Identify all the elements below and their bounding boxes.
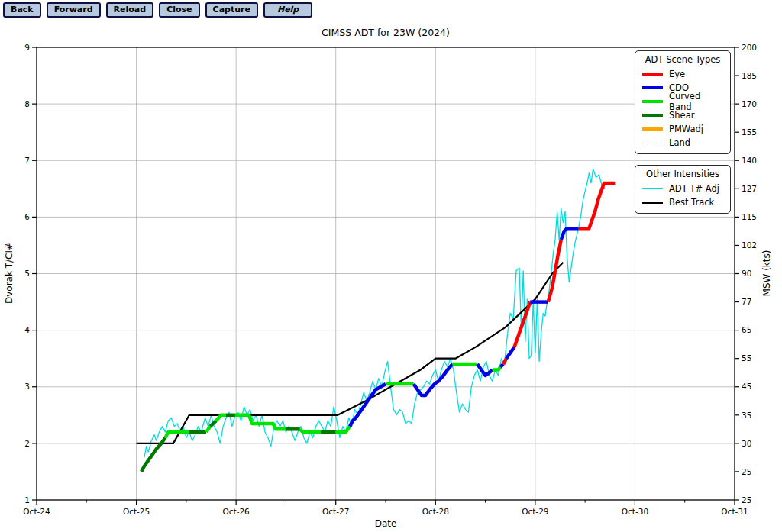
ci-segment-cdo <box>506 347 514 359</box>
legend-entry: Eye <box>642 67 723 81</box>
ci-segment-curved-band <box>235 415 286 430</box>
legend-label: PMWadj <box>669 124 703 134</box>
toolbar: Back Forward Reload Close Capture Help <box>3 2 312 18</box>
legend-swatch-cdo <box>642 86 663 90</box>
ci-segment-curved-band <box>300 429 321 432</box>
x-tick-label: Oct-26 <box>222 507 250 516</box>
x-tick-label: Oct-29 <box>522 507 548 516</box>
legend-swatch-pmwadj <box>642 127 663 131</box>
legend-entry: PMWadj <box>642 122 723 136</box>
legend-label: ADT T# Adj <box>669 183 719 194</box>
y-right-tick-label: 155 <box>742 127 757 137</box>
ci-segment-cdo <box>350 384 386 427</box>
y-left-tick-label: 6 <box>24 212 30 221</box>
ci-segment-cdo <box>561 228 578 240</box>
y-right-tick-label: 102 <box>742 240 757 250</box>
legend-swatch-shear <box>642 114 663 118</box>
y-left-tick-label: 8 <box>24 99 30 108</box>
legend-label: Curved Band <box>669 91 723 112</box>
legend-entry: ADT T# Adj <box>642 182 723 195</box>
ci-segment-cdo <box>477 364 493 376</box>
legend-swatch-eye <box>642 73 663 76</box>
legend-entry: Best Track <box>642 195 723 209</box>
reload-button[interactable]: Reload <box>106 2 154 18</box>
legend-label: Best Track <box>669 197 714 208</box>
y-right-tick-label: 65 <box>742 325 751 334</box>
x-axis-label: Date <box>375 518 397 529</box>
ci-segment-cdo <box>500 364 503 367</box>
series-layer <box>137 169 616 472</box>
y-left-tick-label: 2 <box>24 439 30 448</box>
y-right-tick-label: 30 <box>742 439 751 448</box>
ci-segment-curved-band <box>493 367 501 370</box>
y-right-tick-label: 55 <box>742 353 751 363</box>
ci-segment-curved-band <box>216 415 226 421</box>
legend-entry: Curved Band <box>642 95 723 108</box>
legend-label: Shear <box>669 110 694 121</box>
capture-button[interactable]: Capture <box>205 2 258 18</box>
x-tick-label: Oct-24 <box>23 507 50 516</box>
legend-scene-types: ADT Scene Types EyeCDOCurved BandShearPM… <box>635 50 731 154</box>
y-right-tick-label: 35 <box>742 411 751 420</box>
legend-scene-rows: EyeCDOCurved BandShearPMWadjLand <box>642 67 723 150</box>
ci-segment-cdo <box>414 364 453 395</box>
y-left-tick-label: 5 <box>24 269 30 278</box>
x-tick-label: Oct-31 <box>721 507 748 516</box>
y-left-axis-label: Dvorak T/CI# <box>4 243 15 304</box>
legend-swatch-best-track <box>642 202 663 204</box>
ci-segment-curved-band <box>206 427 210 432</box>
y-right-tick-label: 140 <box>742 156 757 165</box>
legend-swatch-curved-band <box>642 100 663 104</box>
close-button[interactable]: Close <box>159 2 199 18</box>
y-right-tick-label: 185 <box>742 71 757 80</box>
legend-swatch-land <box>642 143 663 143</box>
adt-plot: Oct-24Oct-25Oct-26Oct-27Oct-28Oct-29Oct-… <box>0 0 782 532</box>
y-right-tick-label: 115 <box>742 212 757 221</box>
legend-scene-title: ADT Scene Types <box>642 54 723 65</box>
legend-label: Eye <box>669 69 685 79</box>
y-right-tick-label: 77 <box>742 297 751 306</box>
best-track-line <box>137 263 564 443</box>
legend-label: Land <box>669 137 690 148</box>
y-right-tick-label: 25 <box>742 467 751 476</box>
ci-segment-eye <box>503 359 506 364</box>
legend-other-rows: ADT T# AdjBest Track <box>642 182 723 209</box>
help-button[interactable]: Help <box>263 2 312 18</box>
back-button[interactable]: Back <box>3 2 41 18</box>
x-tick-label: Oct-28 <box>422 507 449 516</box>
grid-layer <box>37 47 735 500</box>
ci-segment-eye <box>578 183 615 228</box>
x-tick-label: Oct-25 <box>123 507 150 516</box>
x-tick-label: Oct-27 <box>322 507 349 516</box>
y-right-tick-label: 90 <box>742 269 751 278</box>
y-left-tick-label: 7 <box>24 156 30 165</box>
legend-swatch-adt-t-adj <box>642 188 663 189</box>
y-right-tick-label: 200 <box>742 43 757 52</box>
forward-button[interactable]: Forward <box>47 2 101 18</box>
y-right-tick-label: 45 <box>742 382 751 391</box>
ci-segment-shear <box>210 421 216 426</box>
y-left-tick-label: 1 <box>24 495 30 505</box>
y-right-axis-label: MSW (kts) <box>761 250 772 297</box>
legend-entry: Land <box>642 136 723 150</box>
y-left-tick-label: 4 <box>24 325 30 334</box>
y-right-tick-label: 127 <box>742 184 757 193</box>
y-left-tick-label: 3 <box>24 382 30 391</box>
y-right-tick-label: 25 <box>742 495 751 505</box>
chart-title: CIMSS ADT for 23W (2024) <box>322 27 450 38</box>
legend-other-title: Other Intensities <box>642 169 723 179</box>
y-left-tick-label: 9 <box>24 43 30 52</box>
y-right-tick-label: 170 <box>742 99 757 108</box>
x-tick-label: Oct-30 <box>622 507 648 516</box>
ci-segment-eye <box>548 240 561 302</box>
legend-other-intensities: Other Intensities ADT T# AdjBest Track <box>635 165 731 214</box>
